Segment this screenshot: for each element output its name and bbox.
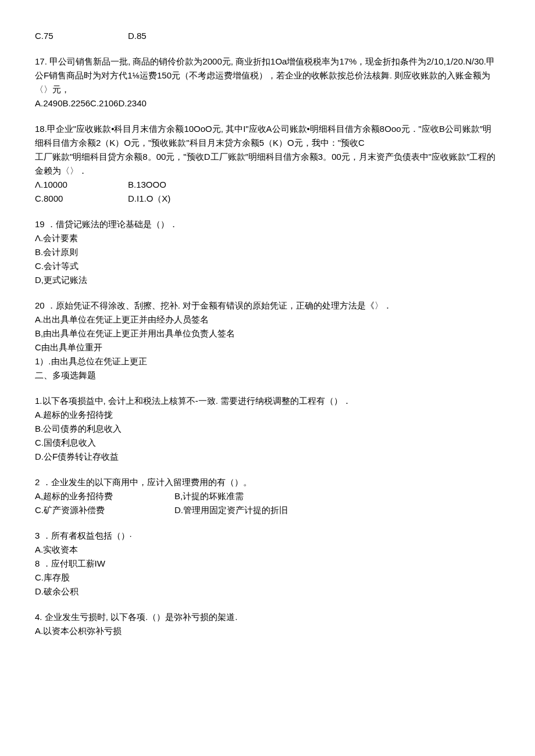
- q18-stem-1: 18.甲企业"应收账款•科目月末借方余额10OoO元, 其中I"应收A公司账款•…: [35, 122, 500, 150]
- m1-option-b: B.公司债券的利息收入: [35, 422, 500, 436]
- q16-options-cd: C.75 D.85: [35, 29, 500, 43]
- m2-option-d: D.管理用固定资产计提的折旧: [174, 503, 288, 517]
- q20-stem: 20 ．原始凭证不得涂改、刮擦、挖补. 对于金额有错误的原始凭证，正确的处理方法…: [35, 299, 500, 313]
- q18-option-c: C.8000: [35, 192, 128, 206]
- q20-option-c: C由出具单位重开: [35, 341, 500, 354]
- m4-option-a: A.以资本公枳弥补亏损: [35, 624, 500, 638]
- q16-option-d: D.85: [128, 29, 147, 43]
- q18-options-cd: C.8000 D.I1.O（X): [35, 192, 500, 206]
- q19-option-c: C.会计等式: [35, 259, 500, 273]
- q18-option-d: D.I1.O（X): [128, 192, 170, 206]
- q17-options: A.2490B.2256C.2106D.2340: [35, 96, 500, 110]
- m2-option-b: B,计提的坏账准需: [174, 489, 244, 503]
- m3-stem: 3 ．所有者权益包括（）·: [35, 529, 500, 543]
- q18-option-b: B.13OOO: [128, 178, 166, 192]
- m2-options-cd: C.矿产资源补偿费 D.管理用固定资产计提的折旧: [35, 503, 500, 517]
- q20-option-d: 1）.由出具总位在凭证上更正: [35, 354, 500, 368]
- q18-stem-2: 工厂账款"明细科目贷方余额8。00元，"预收D工厂账款″明细科目借方余额3。00…: [35, 150, 500, 178]
- q19-option-d: D,更式记账法: [35, 273, 500, 287]
- q19-stem: 19 ．借贷记账法的理论基础是（）．: [35, 217, 500, 231]
- m3-option-c: C.库存股: [35, 571, 500, 585]
- m1-option-d: D.公F债券转让存收益: [35, 450, 500, 464]
- q19-option-b: B.会计原则: [35, 245, 500, 259]
- m4-stem: 4. 企业发生亏损时, 以下各项.（）是弥补亏损的架道.: [35, 610, 500, 624]
- m3-option-a: A.实收资本: [35, 543, 500, 557]
- q20-option-b: B,由出具单位在凭证上更正并用出具单位负责人签名: [35, 327, 500, 341]
- m2-option-a: A,超标的业务招待费: [35, 489, 174, 503]
- q17-stem: 17. 甲公司销售新品一批, 商品的销伶价款为2000元, 商业折扣1Oa增值税…: [35, 55, 500, 96]
- m2-stem: 2 ．企业发生的以下商用中，应计入留理费用的有（）。: [35, 475, 500, 489]
- m2-options-ab: A,超标的业务招待费 B,计提的坏账准需: [35, 489, 500, 503]
- q18-options-ab: Λ.10000 B.13OOO: [35, 178, 500, 192]
- m3-option-b: 8 ．应付职工薪IW: [35, 557, 500, 571]
- m3-option-d: D.破余公积: [35, 585, 500, 599]
- m1-option-c: C.国债利息收入: [35, 436, 500, 450]
- m1-stem: 1.以下各项损益中, 会计上和税法上核算不-一致. 需要进行纳税调整的工程有（）…: [35, 394, 500, 408]
- section-2-title: 二、多项选舞题: [35, 368, 500, 382]
- q19-option-a: Λ.会计要素: [35, 231, 500, 245]
- q16-option-c: C.75: [35, 29, 128, 43]
- m1-option-a: A.超标的业务招待拢: [35, 408, 500, 422]
- q18-option-a: Λ.10000: [35, 178, 128, 192]
- m2-option-c: C.矿产资源补偿费: [35, 503, 174, 517]
- q20-option-a: A.出出具单位在凭证上更正并由经办人员签名: [35, 313, 500, 327]
